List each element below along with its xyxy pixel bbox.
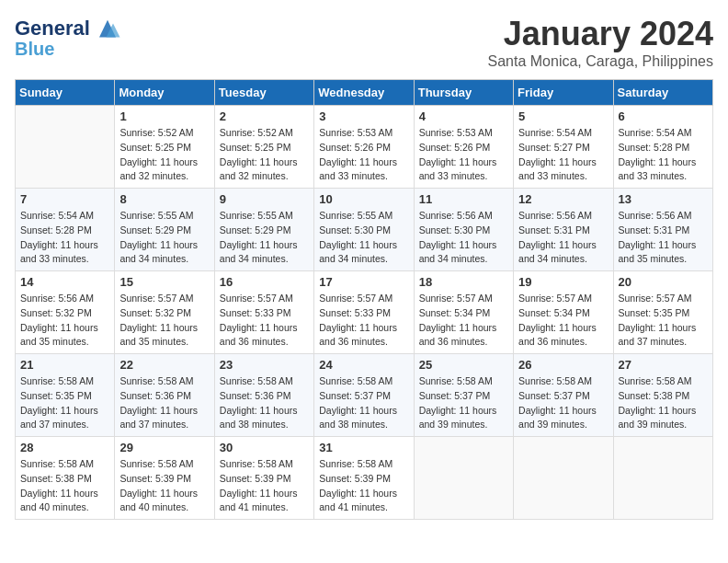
- day-number: 30: [220, 441, 309, 454]
- day-number: 14: [20, 275, 109, 289]
- day-number: 20: [619, 275, 708, 289]
- day-info: Sunrise: 5:56 AMSunset: 5:30 PMDaylight:…: [419, 209, 508, 267]
- day-info: Sunrise: 5:58 AMSunset: 5:39 PMDaylight:…: [119, 457, 209, 515]
- day-cell: 19Sunrise: 5:57 AMSunset: 5:34 PMDayligh…: [514, 271, 613, 354]
- day-number: 3: [319, 109, 408, 123]
- day-cell: 6Sunrise: 5:54 AMSunset: 5:28 PMDaylight…: [613, 106, 712, 189]
- day-number: 26: [518, 358, 608, 372]
- col-header-wednesday: Wednesday: [314, 80, 414, 106]
- col-header-saturday: Saturday: [613, 80, 712, 106]
- day-info: Sunrise: 5:58 AMSunset: 5:36 PMDaylight:…: [119, 374, 209, 432]
- week-row-2: 7Sunrise: 5:54 AMSunset: 5:28 PMDaylight…: [16, 189, 713, 271]
- day-cell: 17Sunrise: 5:57 AMSunset: 5:33 PMDayligh…: [314, 271, 414, 354]
- day-info: Sunrise: 5:58 AMSunset: 5:39 PMDaylight:…: [220, 457, 309, 515]
- logo-icon: [94, 15, 121, 42]
- week-row-1: 1Sunrise: 5:52 AMSunset: 5:25 PMDaylight…: [16, 106, 713, 189]
- day-info: Sunrise: 5:58 AMSunset: 5:35 PMDaylight:…: [20, 374, 109, 432]
- day-cell: 10Sunrise: 5:55 AMSunset: 5:30 PMDayligh…: [314, 189, 414, 271]
- day-cell: 1Sunrise: 5:52 AMSunset: 5:25 PMDaylight…: [115, 106, 214, 189]
- col-header-thursday: Thursday: [414, 80, 513, 106]
- day-number: 24: [319, 358, 408, 372]
- day-number: 10: [319, 192, 408, 206]
- col-header-friday: Friday: [514, 80, 613, 106]
- day-info: Sunrise: 5:57 AMSunset: 5:33 PMDaylight:…: [319, 292, 408, 350]
- day-cell: 3Sunrise: 5:53 AMSunset: 5:26 PMDaylight…: [314, 106, 414, 189]
- day-number: 12: [518, 192, 608, 206]
- title-area: January 2024 Santa Monica, Caraga, Phili…: [488, 15, 713, 70]
- day-cell: 13Sunrise: 5:56 AMSunset: 5:31 PMDayligh…: [613, 189, 712, 271]
- day-cell: 8Sunrise: 5:55 AMSunset: 5:29 PMDaylight…: [115, 189, 214, 271]
- day-number: 7: [20, 192, 109, 206]
- day-cell: 14Sunrise: 5:56 AMSunset: 5:32 PMDayligh…: [16, 271, 115, 354]
- day-info: Sunrise: 5:57 AMSunset: 5:33 PMDaylight:…: [220, 292, 309, 350]
- day-info: Sunrise: 5:52 AMSunset: 5:25 PMDaylight:…: [220, 126, 309, 184]
- day-number: 18: [419, 275, 508, 289]
- day-number: 1: [119, 109, 209, 123]
- day-number: 25: [419, 358, 508, 372]
- day-number: 15: [119, 275, 209, 289]
- day-cell: 2Sunrise: 5:52 AMSunset: 5:25 PMDaylight…: [214, 106, 313, 189]
- day-number: 5: [518, 109, 608, 123]
- day-info: Sunrise: 5:58 AMSunset: 5:36 PMDaylight:…: [220, 374, 309, 432]
- day-number: 9: [220, 192, 309, 206]
- day-cell: 4Sunrise: 5:53 AMSunset: 5:26 PMDaylight…: [414, 106, 513, 189]
- day-cell: 22Sunrise: 5:58 AMSunset: 5:36 PMDayligh…: [115, 354, 214, 437]
- logo-text: General: [15, 17, 90, 40]
- day-number: 19: [518, 275, 608, 289]
- day-cell: 15Sunrise: 5:57 AMSunset: 5:32 PMDayligh…: [115, 271, 214, 354]
- day-info: Sunrise: 5:52 AMSunset: 5:25 PMDaylight:…: [119, 126, 209, 184]
- day-info: Sunrise: 5:58 AMSunset: 5:39 PMDaylight:…: [319, 457, 408, 515]
- day-info: Sunrise: 5:56 AMSunset: 5:31 PMDaylight:…: [619, 209, 708, 267]
- day-cell: [16, 106, 115, 189]
- day-info: Sunrise: 5:58 AMSunset: 5:37 PMDaylight:…: [419, 374, 508, 432]
- page-header: General Blue January 2024 Santa Monica, …: [15, 15, 713, 70]
- day-number: 28: [20, 441, 109, 454]
- day-cell: 7Sunrise: 5:54 AMSunset: 5:28 PMDaylight…: [16, 189, 115, 271]
- day-info: Sunrise: 5:57 AMSunset: 5:35 PMDaylight:…: [619, 292, 708, 350]
- day-info: Sunrise: 5:58 AMSunset: 5:37 PMDaylight:…: [319, 374, 408, 432]
- location: Santa Monica, Caraga, Philippines: [488, 53, 713, 70]
- day-cell: 30Sunrise: 5:58 AMSunset: 5:39 PMDayligh…: [214, 437, 313, 520]
- day-info: Sunrise: 5:57 AMSunset: 5:32 PMDaylight:…: [119, 292, 209, 350]
- day-number: 17: [319, 275, 408, 289]
- col-header-tuesday: Tuesday: [214, 80, 313, 106]
- day-info: Sunrise: 5:57 AMSunset: 5:34 PMDaylight:…: [419, 292, 508, 350]
- day-number: 4: [419, 109, 508, 123]
- day-cell: 29Sunrise: 5:58 AMSunset: 5:39 PMDayligh…: [115, 437, 214, 520]
- day-cell: 11Sunrise: 5:56 AMSunset: 5:30 PMDayligh…: [414, 189, 513, 271]
- day-number: 21: [20, 358, 109, 372]
- day-cell: [414, 437, 513, 520]
- day-cell: 23Sunrise: 5:58 AMSunset: 5:36 PMDayligh…: [214, 354, 313, 437]
- day-number: 2: [220, 109, 309, 123]
- day-info: Sunrise: 5:54 AMSunset: 5:28 PMDaylight:…: [619, 126, 708, 184]
- day-info: Sunrise: 5:54 AMSunset: 5:27 PMDaylight:…: [518, 126, 608, 184]
- day-info: Sunrise: 5:55 AMSunset: 5:30 PMDaylight:…: [319, 209, 408, 267]
- day-info: Sunrise: 5:56 AMSunset: 5:31 PMDaylight:…: [518, 209, 608, 267]
- day-cell: [514, 437, 613, 520]
- day-number: 31: [319, 441, 408, 454]
- day-cell: 28Sunrise: 5:58 AMSunset: 5:38 PMDayligh…: [16, 437, 115, 520]
- logo: General Blue: [15, 15, 121, 59]
- day-cell: 21Sunrise: 5:58 AMSunset: 5:35 PMDayligh…: [16, 354, 115, 437]
- day-info: Sunrise: 5:55 AMSunset: 5:29 PMDaylight:…: [119, 209, 209, 267]
- day-cell: [613, 437, 712, 520]
- month-title: January 2024: [488, 15, 713, 53]
- day-info: Sunrise: 5:55 AMSunset: 5:29 PMDaylight:…: [220, 209, 309, 267]
- day-info: Sunrise: 5:58 AMSunset: 5:38 PMDaylight:…: [619, 374, 708, 432]
- day-number: 11: [419, 192, 508, 206]
- day-cell: 12Sunrise: 5:56 AMSunset: 5:31 PMDayligh…: [514, 189, 613, 271]
- day-number: 29: [119, 441, 209, 454]
- day-cell: 31Sunrise: 5:58 AMSunset: 5:39 PMDayligh…: [314, 437, 414, 520]
- day-cell: 9Sunrise: 5:55 AMSunset: 5:29 PMDaylight…: [214, 189, 313, 271]
- header-row: SundayMondayTuesdayWednesdayThursdayFrid…: [16, 80, 713, 106]
- day-number: 16: [220, 275, 309, 289]
- week-row-5: 28Sunrise: 5:58 AMSunset: 5:38 PMDayligh…: [16, 437, 713, 520]
- day-info: Sunrise: 5:57 AMSunset: 5:34 PMDaylight:…: [518, 292, 608, 350]
- day-cell: 27Sunrise: 5:58 AMSunset: 5:38 PMDayligh…: [613, 354, 712, 437]
- day-info: Sunrise: 5:53 AMSunset: 5:26 PMDaylight:…: [319, 126, 408, 184]
- day-info: Sunrise: 5:53 AMSunset: 5:26 PMDaylight:…: [419, 126, 508, 184]
- day-cell: 26Sunrise: 5:58 AMSunset: 5:37 PMDayligh…: [514, 354, 613, 437]
- day-number: 13: [619, 192, 708, 206]
- day-number: 27: [619, 358, 708, 372]
- day-number: 6: [619, 109, 708, 123]
